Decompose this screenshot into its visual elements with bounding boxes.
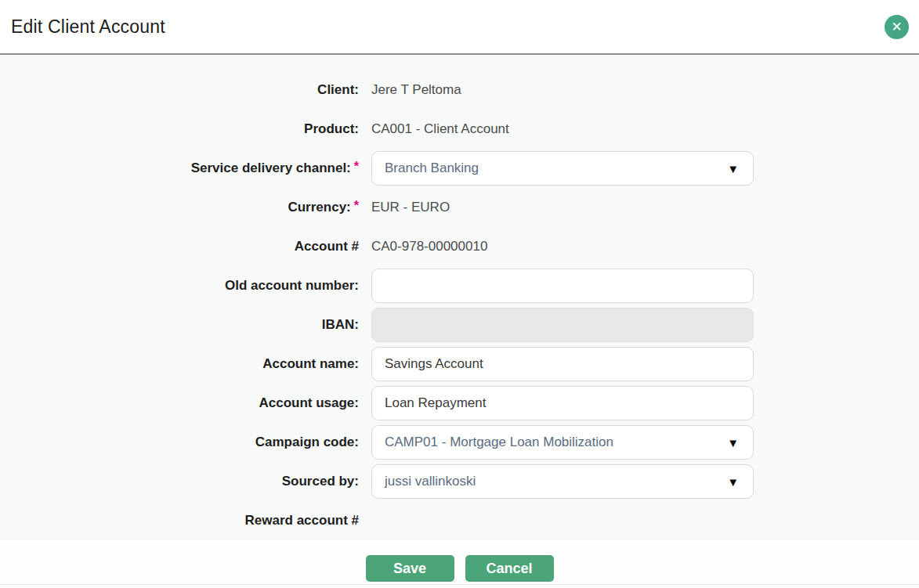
required-marker: * [354, 160, 359, 173]
edit-client-account-dialog: Edit Client Account ✕ Client: Jere T Pel… [0, 0, 919, 588]
iban-input [371, 308, 754, 342]
form-row-account-usage: Account usage: [0, 386, 919, 420]
form-row-old-account-number: Old account number: [0, 269, 919, 303]
field-label-campaign-code: Campaign code: [255, 435, 359, 449]
form-body: Client: Jere T Peltoma Product: CA001 - … [0, 55, 919, 540]
sourced-by-select[interactable]: jussi vallinkoski ▼ [371, 464, 754, 499]
form-row-client: Client: Jere T Peltoma [0, 73, 919, 107]
account-usage-input[interactable] [371, 386, 754, 420]
form-row-account-number: Account # CA0-978-00000010 [0, 229, 919, 264]
field-value-account-number: CA0-978-00000010 [371, 239, 487, 254]
cancel-button[interactable]: Cancel [465, 555, 554, 582]
field-label-currency: Currency: [288, 200, 350, 215]
field-label-sourced-by: Sourced by: [282, 474, 359, 489]
service-delivery-channel-select[interactable]: Branch Banking ▼ [371, 151, 754, 186]
field-value-product: CA001 - Client Account [371, 121, 509, 136]
form-row-currency: Currency:* EUR - EURO [0, 190, 919, 225]
close-button[interactable]: ✕ [885, 15, 909, 39]
old-account-number-input[interactable] [371, 269, 754, 303]
form-row-campaign-code: Campaign code: CAMP01 - Mortgage Loan Mo… [0, 425, 919, 460]
chevron-down-icon: ▼ [727, 476, 739, 488]
form-row-reward-account-number: Reward account # [0, 503, 919, 538]
field-label-service-delivery-channel: Service delivery channel: [191, 161, 351, 175]
field-value-currency: EUR - EURO [371, 200, 450, 215]
page-title: Edit Client Account [11, 16, 165, 38]
field-label-account-name: Account name: [262, 356, 359, 371]
dialog-footer: Save Cancel [0, 540, 919, 588]
required-marker: * [354, 199, 359, 212]
field-label-client: Client: [317, 82, 359, 97]
field-label-iban: IBAN: [322, 317, 359, 332]
field-label-account-usage: Account usage: [259, 395, 359, 410]
select-value: jussi vallinkoski [385, 474, 476, 489]
select-value: Branch Banking [385, 161, 479, 176]
chevron-down-icon: ▼ [727, 437, 739, 449]
account-name-input[interactable] [371, 347, 754, 381]
field-label-reward-account-number: Reward account # [245, 513, 360, 528]
save-button[interactable]: Save [366, 555, 454, 582]
field-label-old-account-number: Old account number: [225, 278, 359, 293]
campaign-code-select[interactable]: CAMP01 - Mortgage Loan Mobilization ▼ [371, 425, 754, 460]
form-row-account-name: Account name: [0, 347, 919, 381]
close-icon: ✕ [891, 20, 902, 34]
form-row-sourced-by: Sourced by: jussi vallinkoski ▼ [0, 464, 919, 499]
field-label-product: Product: [304, 121, 359, 136]
form-row-service-delivery-channel: Service delivery channel:* Branch Bankin… [0, 151, 919, 186]
field-label-account-number: Account # [295, 239, 359, 254]
chevron-down-icon: ▼ [727, 163, 739, 175]
form-row-iban: IBAN: [0, 308, 919, 342]
select-value: CAMP01 - Mortgage Loan Mobilization [385, 435, 613, 450]
dialog-header: Edit Client Account ✕ [0, 0, 919, 55]
form-row-product: Product: CA001 - Client Account [0, 112, 919, 146]
field-value-client: Jere T Peltoma [371, 82, 461, 97]
